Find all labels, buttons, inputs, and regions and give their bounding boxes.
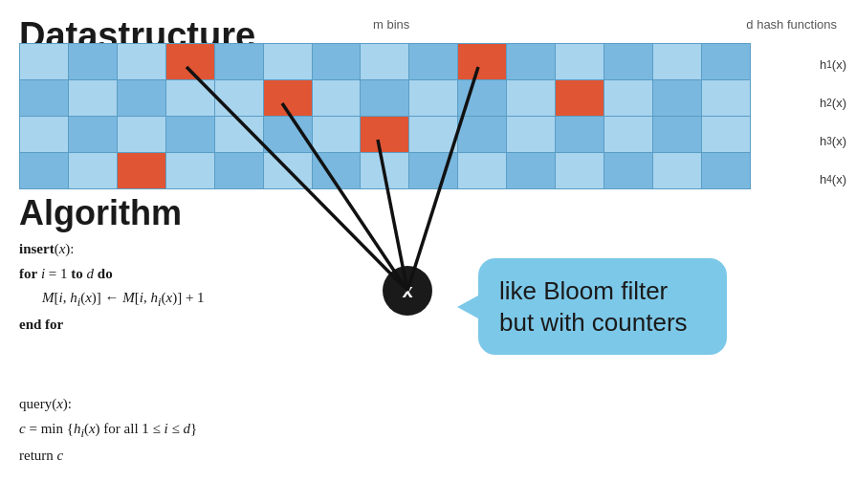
grid-cell-2-8 <box>409 117 458 153</box>
data-grid <box>19 43 751 189</box>
hash-label-2: h2(x) <box>820 84 846 121</box>
grid-cell-0-4 <box>214 44 263 80</box>
grid-cell-3-9 <box>458 153 507 189</box>
grid-cell-3-0 <box>20 153 69 189</box>
grid-cell-1-8 <box>409 80 458 117</box>
grid-cell-1-5 <box>263 80 312 117</box>
grid-cell-2-5 <box>263 117 312 153</box>
algorithm-text: insert(x): for i = 1 to d do M[i, hi(x)]… <box>19 237 205 338</box>
grid-cell-0-0 <box>20 44 69 80</box>
grid-cell-2-9 <box>458 117 507 153</box>
grid-cell-3-14 <box>701 153 750 189</box>
m-bins-label: m bins <box>373 17 409 32</box>
grid-cell-0-9 <box>458 44 507 80</box>
grid-cell-2-12 <box>604 117 653 153</box>
query-line-c: c = min {hi(x) for all 1 ≤ i ≤ d} <box>19 417 197 444</box>
grid-cell-2-0 <box>20 117 69 153</box>
hash-labels: h1(x) h2(x) h3(x) h4(x) <box>820 46 846 197</box>
grid-cell-3-10 <box>507 153 556 189</box>
grid-cell-0-14 <box>701 44 750 80</box>
grid-cell-2-13 <box>652 117 701 153</box>
algorithm-title: Algorithm <box>19 193 182 233</box>
grid-cell-0-6 <box>312 44 361 80</box>
callout-bubble: like Bloom filter but with counters <box>478 258 727 355</box>
grid-cell-0-2 <box>117 44 165 80</box>
x-circle: x <box>383 266 432 316</box>
grid-cell-2-14 <box>701 117 750 153</box>
grid-cell-1-7 <box>361 80 409 117</box>
grid-cell-3-1 <box>68 153 117 189</box>
grid-cell-2-11 <box>556 117 604 153</box>
grid-cell-2-6 <box>312 117 361 153</box>
grid-cell-1-13 <box>652 80 701 117</box>
grid-cell-0-8 <box>409 44 458 80</box>
grid-cell-1-1 <box>68 80 117 117</box>
query-line-return: return c <box>19 444 197 469</box>
grid-cell-3-5 <box>263 153 312 189</box>
algo-line-assign: M[i, hi(x)] ← M[i, hi(x)] + 1 <box>42 286 205 313</box>
grid-cell-1-6 <box>312 80 361 117</box>
grid-cell-0-5 <box>263 44 312 80</box>
grid-cell-2-2 <box>117 117 165 153</box>
hash-label-3: h3(x) <box>820 122 846 159</box>
grid-cell-0-10 <box>507 44 556 80</box>
grid-cell-0-12 <box>604 44 653 80</box>
grid-cell-3-8 <box>409 153 458 189</box>
grid-cell-1-14 <box>701 80 750 117</box>
grid-cell-1-9 <box>458 80 507 117</box>
algo-line-insert: insert(x): <box>19 237 205 262</box>
grid-cell-3-11 <box>556 153 604 189</box>
grid-cell-1-12 <box>604 80 653 117</box>
grid-cell-2-4 <box>214 117 263 153</box>
algo-line-for: for i = 1 to d do <box>19 262 205 287</box>
grid-cell-2-7 <box>361 117 409 153</box>
grid-cell-3-7 <box>361 153 409 189</box>
query-text: query(x): c = min {hi(x) for all 1 ≤ i ≤… <box>19 392 197 468</box>
grid-cell-0-3 <box>165 44 214 80</box>
grid-cell-0-13 <box>652 44 701 80</box>
grid-cell-2-10 <box>507 117 556 153</box>
algo-line-endfor: end for <box>19 313 205 338</box>
grid-area <box>19 43 751 189</box>
grid-cell-1-0 <box>20 80 69 117</box>
grid-cell-0-7 <box>361 44 409 80</box>
grid-cell-3-12 <box>604 153 653 189</box>
grid-cell-3-4 <box>214 153 263 189</box>
grid-cell-2-1 <box>68 117 117 153</box>
grid-cell-3-2 <box>117 153 165 189</box>
hash-label-1: h1(x) <box>820 46 846 82</box>
d-hash-label: d hash functions <box>746 17 837 32</box>
grid-cell-1-2 <box>117 80 165 117</box>
grid-cell-1-3 <box>165 80 214 117</box>
grid-cell-1-4 <box>214 80 263 117</box>
grid-cell-0-1 <box>68 44 117 80</box>
grid-cell-3-13 <box>652 153 701 189</box>
grid-cell-0-11 <box>556 44 604 80</box>
query-line-query: query(x): <box>19 392 197 417</box>
grid-cell-1-10 <box>507 80 556 117</box>
grid-cell-3-6 <box>312 153 361 189</box>
callout-line2: but with counters <box>499 308 688 337</box>
main-container: Datastructure m bins d hash functions h1… <box>0 0 856 504</box>
grid-cell-2-3 <box>165 117 214 153</box>
grid-cell-1-11 <box>556 80 604 117</box>
grid-cell-3-3 <box>165 153 214 189</box>
callout-line1: like Bloom filter <box>499 276 668 305</box>
hash-label-4: h4(x) <box>820 161 846 197</box>
